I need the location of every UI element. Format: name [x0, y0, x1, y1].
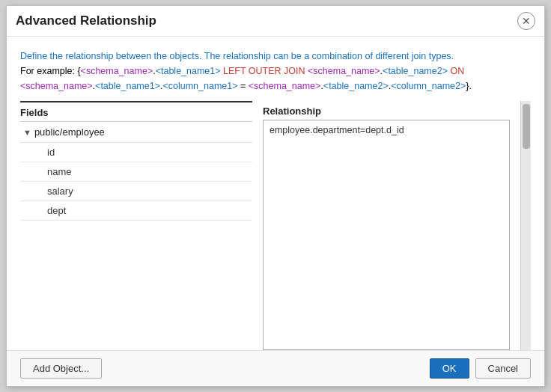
dialog-footer: Add Object... OK Cancel [7, 350, 544, 386]
scrollbar-track[interactable] [520, 101, 531, 350]
tree-child-name[interactable]: name [20, 162, 252, 182]
description-example: For example: {<schema_name>.<table_name1… [20, 66, 472, 91]
action-buttons: OK Cancel [430, 358, 531, 379]
table-name-4: <table_name2> [323, 81, 389, 91]
join-keyword: LEFT OUTER JOIN [221, 66, 308, 76]
tree-child-salary[interactable]: salary [20, 182, 252, 201]
table-name-1: <table_name1> [156, 66, 221, 76]
relationship-panel: Relationship [263, 101, 510, 350]
relationship-header: Relationship [263, 101, 510, 120]
tree-parent-label: public/employee [34, 126, 105, 138]
advanced-relationship-dialog: Advanced Relationship ✕ Define the relat… [6, 5, 545, 387]
col-name-2: <column_name2> [391, 81, 466, 91]
close-button[interactable]: ✕ [517, 12, 535, 30]
fields-panel: Fields ▼ public/employee id name salary … [20, 101, 252, 350]
schema-name-3: <schema_name> [20, 81, 93, 91]
fields-header: Fields [20, 102, 252, 122]
panels-container: Fields ▼ public/employee id name salary … [7, 101, 544, 350]
table-name-2: <table_name2> [383, 66, 448, 76]
tree-parent-item[interactable]: ▼ public/employee [20, 122, 252, 143]
dialog-title: Advanced Relationship [16, 13, 156, 28]
tree-arrow-icon: ▼ [23, 128, 31, 137]
schema-name-4: <schema_name> [249, 81, 321, 91]
on-keyword: ON [448, 66, 464, 76]
description-line1: Define the relationship between the obje… [20, 51, 454, 61]
dialog-header: Advanced Relationship ✕ [7, 6, 544, 37]
tree-child-dept[interactable]: dept [20, 201, 252, 221]
col-name-1: <column_name1> [162, 81, 237, 91]
fields-list: ▼ public/employee id name salary dept [20, 122, 252, 350]
tree-child-id[interactable]: id [20, 143, 252, 162]
ok-button[interactable]: OK [430, 358, 469, 379]
scrollbar-thumb [523, 104, 530, 149]
description-area: Define the relationship between the obje… [7, 37, 544, 101]
table-name-3: <table_name1> [95, 81, 160, 91]
dialog-body: Define the relationship between the obje… [7, 37, 544, 350]
relationship-input[interactable] [263, 120, 510, 350]
schema-name-1: <schema_name> [81, 66, 153, 76]
cancel-button[interactable]: Cancel [475, 358, 531, 379]
add-object-button[interactable]: Add Object... [20, 358, 102, 379]
schema-name-2: <schema_name> [308, 66, 380, 76]
